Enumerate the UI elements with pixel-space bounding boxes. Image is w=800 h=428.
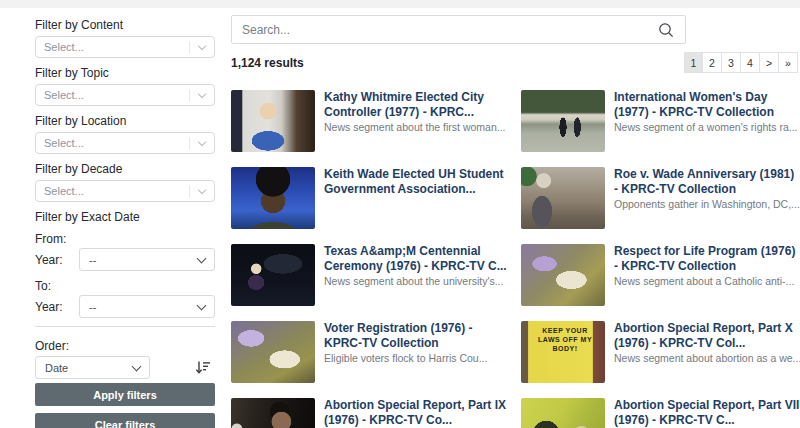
- protest-sign-text: KEEP YOUR LAWS OFF MY BODY!: [533, 326, 597, 353]
- to-year-label: Year:: [35, 300, 79, 314]
- pagination-page-3[interactable]: 3: [722, 52, 741, 73]
- pagination: 1 2 3 4 > »: [684, 52, 798, 73]
- results-count: 1,124 results: [231, 56, 304, 70]
- chevron-down-icon: [132, 361, 142, 371]
- result-title[interactable]: Texas A&amp;M Centennial Ceremony (1976)…: [324, 244, 510, 274]
- result-card: Voter Registration (1976) - KPRC-TV Coll…: [231, 321, 510, 383]
- result-card: Respect for Life Program (1976) - KPRC-T…: [521, 244, 800, 306]
- to-year-value: --: [89, 301, 96, 313]
- filter-decade-select[interactable]: Select...: [35, 180, 215, 202]
- result-description: News segment about a Catholic anti-...: [614, 275, 800, 288]
- result-title[interactable]: Keith Wade Elected UH Student Government…: [324, 167, 510, 197]
- from-year-value: --: [89, 254, 96, 266]
- select-placeholder: Select...: [36, 89, 189, 101]
- pagination-page-4[interactable]: 4: [741, 52, 760, 73]
- video-thumbnail[interactable]: [231, 321, 315, 383]
- result-card: Roe v. Wade Anniversary (1981) - KPRC-TV…: [521, 167, 800, 229]
- result-title[interactable]: Respect for Life Program (1976) - KPRC-T…: [614, 244, 800, 274]
- search-bar: [231, 15, 686, 44]
- chevron-down-icon: [197, 300, 207, 310]
- chevron-down-icon: [190, 133, 214, 153]
- to-year-select[interactable]: --: [79, 295, 215, 318]
- result-description: News segment about the first woman...: [324, 121, 510, 134]
- filter-location-label: Filter by Location: [35, 114, 215, 128]
- results-header: 1,124 results 1 2 3 4 > »: [231, 52, 800, 73]
- exact-date-heading: Filter by Exact Date: [35, 210, 215, 224]
- filter-location-select[interactable]: Select...: [35, 132, 215, 154]
- order-label: Order:: [35, 339, 215, 353]
- video-thumbnail[interactable]: KEEP YOUR LAWS OFF MY BODY!: [521, 321, 605, 383]
- from-label: From:: [35, 232, 215, 246]
- result-card: International Women's Day (1977) - KPRC-…: [521, 90, 800, 152]
- filter-topic-select[interactable]: Select...: [35, 84, 215, 106]
- result-card: Kathy Whitmire Elected City Controller (…: [231, 90, 510, 152]
- result-title[interactable]: Voter Registration (1976) - KPRC-TV Coll…: [324, 321, 510, 351]
- sidebar-divider: [35, 326, 215, 327]
- result-title[interactable]: Abortion Special Report, Part IX (1976) …: [324, 398, 510, 428]
- result-card: Abortion Special Report, Part VII (1976)…: [521, 398, 800, 428]
- video-thumbnail[interactable]: [521, 244, 605, 306]
- video-thumbnail[interactable]: [231, 167, 315, 229]
- search-icon[interactable]: [657, 21, 675, 39]
- chevron-down-icon: [190, 85, 214, 105]
- apply-filters-button[interactable]: Apply filters: [35, 383, 215, 406]
- chevron-down-icon: [190, 181, 214, 201]
- results-main: 1,124 results 1 2 3 4 > » Kathy Whitmire…: [231, 15, 800, 428]
- result-title[interactable]: International Women's Day (1977) - KPRC-…: [614, 90, 800, 120]
- order-value: Date: [45, 362, 68, 374]
- result-title[interactable]: Abortion Special Report, Part VII (1976)…: [614, 398, 800, 428]
- pagination-last[interactable]: »: [779, 52, 798, 73]
- chevron-down-icon: [190, 37, 214, 57]
- to-label: To:: [35, 279, 215, 293]
- select-placeholder: Select...: [36, 137, 189, 149]
- top-bar: [0, 0, 800, 8]
- result-title[interactable]: Roe v. Wade Anniversary (1981) - KPRC-TV…: [614, 167, 800, 197]
- result-title[interactable]: Abortion Special Report, Part X (1976) -…: [614, 321, 800, 351]
- result-card: Keith Wade Elected UH Student Government…: [231, 167, 510, 229]
- sort-descending-icon: [195, 360, 211, 375]
- video-thumbnail[interactable]: [231, 398, 315, 428]
- result-title[interactable]: Kathy Whitmire Elected City Controller (…: [324, 90, 510, 120]
- filter-topic-label: Filter by Topic: [35, 66, 215, 80]
- video-thumbnail[interactable]: [521, 90, 605, 152]
- results-grid: Kathy Whitmire Elected City Controller (…: [231, 90, 800, 428]
- pagination-page-1[interactable]: 1: [684, 52, 703, 73]
- filter-decade-label: Filter by Decade: [35, 162, 215, 176]
- filter-sidebar: Filter by Content Select... Filter by To…: [35, 18, 215, 428]
- result-description: Eligible voters flock to Harris Cou...: [324, 352, 510, 365]
- result-description: News segment about abortion as a we...: [614, 352, 800, 365]
- filter-content-label: Filter by Content: [35, 18, 215, 32]
- result-card: Abortion Special Report, Part IX (1976) …: [231, 398, 510, 428]
- result-card: Texas A&amp;M Centennial Ceremony (1976)…: [231, 244, 510, 306]
- result-description: News segment about the university's...: [324, 275, 510, 288]
- result-description: Opponents gather in Washington, DC,...: [614, 198, 800, 211]
- from-year-select[interactable]: --: [79, 248, 215, 271]
- select-placeholder: Select...: [36, 41, 189, 53]
- select-placeholder: Select...: [36, 185, 189, 197]
- filter-content-select[interactable]: Select...: [35, 36, 215, 58]
- clear-filters-button[interactable]: Clear filters: [35, 413, 215, 428]
- pagination-page-2[interactable]: 2: [703, 52, 722, 73]
- video-thumbnail[interactable]: [231, 90, 315, 152]
- video-thumbnail[interactable]: [521, 167, 605, 229]
- video-thumbnail[interactable]: [521, 398, 605, 428]
- pagination-next[interactable]: >: [760, 52, 779, 73]
- result-card: KEEP YOUR LAWS OFF MY BODY! Abortion Spe…: [521, 321, 800, 383]
- sort-direction-button[interactable]: [191, 357, 215, 379]
- chevron-down-icon: [197, 253, 207, 263]
- search-input[interactable]: [242, 23, 657, 37]
- from-year-label: Year:: [35, 253, 79, 267]
- video-thumbnail[interactable]: [231, 244, 315, 306]
- result-description: News segment of a women's rights ra...: [614, 121, 800, 134]
- order-select[interactable]: Date: [35, 356, 150, 379]
